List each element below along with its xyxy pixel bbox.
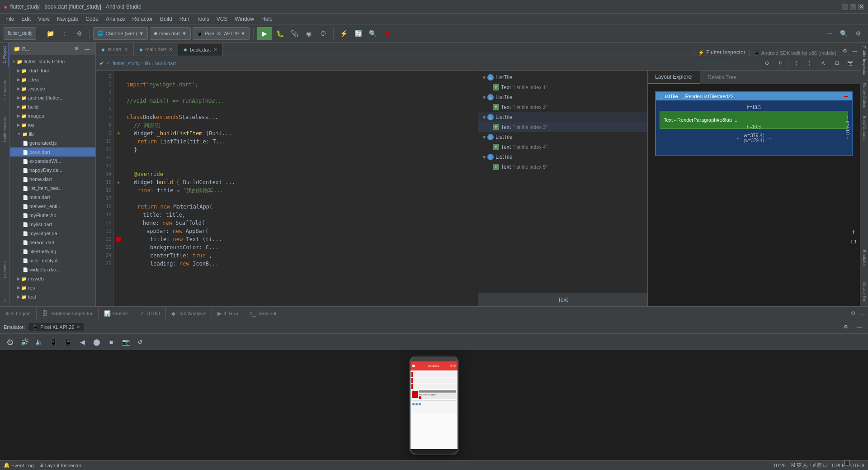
emulator-device-tab[interactable]: 📱 Pixel XL API 29 ✕ <box>28 323 83 331</box>
bottom-panel-settings[interactable]: ⚙ <box>848 309 858 318</box>
editor-settings-button[interactable]: ⚙ <box>840 46 850 56</box>
dart-analysis-tab[interactable]: ◆ Dart Analysis <box>166 307 212 320</box>
menu-edit[interactable]: Edit <box>18 15 34 23</box>
build-variants-tab-vertical[interactable]: Build Variants <box>2 114 8 146</box>
menu-build[interactable]: Build <box>156 15 176 23</box>
details-tree-tab[interactable]: Details Tree <box>700 71 744 84</box>
logcat-tab[interactable]: ≡ 6: Logcat <box>0 307 37 320</box>
widget-item-text-4[interactable]: T Text "list tile index 4" <box>478 142 647 152</box>
tree-item-mylist[interactable]: 📄 mylist.dart <box>10 220 95 229</box>
settings-button[interactable]: ⚙ <box>73 27 85 40</box>
tree-item-test[interactable]: ▶ 📁 test <box>10 292 95 301</box>
widget-item-text-2[interactable]: T Text "list tile index 2" <box>478 102 647 112</box>
tree-item-vscode[interactable]: ▶ 📁 .vscode <box>10 84 95 93</box>
tree-item-titlebar[interactable]: 📄 titleBarWidg... <box>10 247 95 256</box>
flutter-inspector-right-tab[interactable]: Flutter Inspector <box>861 43 868 79</box>
title-bar-controls[interactable]: — □ ✕ <box>842 4 864 10</box>
tree-item-mywidget[interactable]: 📄 mywidget.da... <box>10 229 95 238</box>
tree-item-lib[interactable]: ▼ 📁 lib <box>10 129 95 138</box>
attach-button[interactable]: 📎 <box>288 27 301 40</box>
inspector-select-mode-button[interactable]: ⊕ <box>761 58 773 69</box>
menu-help[interactable]: Help <box>258 15 276 23</box>
project-selector[interactable]: flutter_study <box>4 27 36 40</box>
tab-st-close[interactable]: ✕ <box>124 47 128 52</box>
tab-st-dart[interactable]: ◆ st.dart ✕ <box>96 43 134 56</box>
menu-analyze[interactable]: Analyze <box>102 15 129 23</box>
build-variants-right-tab[interactable]: Build Variants <box>861 112 868 144</box>
terminal-tab[interactable]: >_ Terminal <box>244 307 282 320</box>
profiler-tab[interactable]: 📊 Profiler <box>99 307 134 320</box>
status-lang[interactable]: M 英 あ・# 简 □ <box>791 462 826 469</box>
toolbar-search[interactable]: 🔍 <box>837 27 850 40</box>
tree-item-expanded[interactable]: 📄 expandedWi... <box>10 157 95 166</box>
flutter-inspector-tab[interactable]: ⚡ Flutter Inspector <box>694 49 749 56</box>
inspector-layout-toggle-button[interactable]: ⊞ <box>831 58 843 69</box>
menu-tools[interactable]: Tools <box>193 15 213 23</box>
tab-book-dart[interactable]: ◆ book.dart ✕ <box>178 43 223 56</box>
chrome-selector[interactable]: 🌐 Chrome (web) ▼ <box>93 27 148 40</box>
tree-item-myflutter[interactable]: 📄 myFlutterAp... <box>10 211 95 220</box>
todo-tab[interactable]: ✓ TODO <box>134 307 166 320</box>
rotate-button[interactable]: 📱 <box>47 336 60 348</box>
widget-item-listtile-3[interactable]: ▼ L ListTile <box>478 112 647 122</box>
debug-button[interactable]: 🐛 <box>274 27 286 40</box>
back-button[interactable]: ◀ <box>76 336 89 348</box>
menu-view[interactable]: View <box>34 15 53 23</box>
power-button[interactable]: ⏻ <box>4 336 16 348</box>
recents-button[interactable]: ■ <box>105 336 118 348</box>
flutter-outline-right-tab[interactable]: Flutter Outline <box>861 79 868 112</box>
favorites-tab-vertical[interactable]: Favorites <box>2 258 8 282</box>
project-tab-vertical[interactable]: 1: Project <box>1 43 9 67</box>
flutter-hot-reload-button[interactable]: ⚡ <box>337 27 350 40</box>
menu-vcs[interactable]: VCS <box>213 15 231 23</box>
tree-item-widgetui[interactable]: 📄 widgetui.dar... <box>10 265 95 274</box>
inspector-export-button[interactable]: 📷 <box>844 58 856 69</box>
tree-item-android[interactable]: ▶ 📁 android [flutter... <box>10 93 95 102</box>
fold-button[interactable]: 📱 <box>61 336 74 348</box>
database-inspector-tab[interactable]: 🗄 Database Inspector <box>37 307 98 320</box>
inspector-history-back-button[interactable]: ⟨ <box>790 58 802 69</box>
code-lines-content[interactable]: import 'mywidget.dart' ; //void main() =… <box>123 71 478 306</box>
breadcrumb-lib[interactable]: lib <box>145 61 150 66</box>
status-crlf[interactable]: CRLF <box>832 463 845 468</box>
widget-item-listtile-2[interactable]: ▼ L ListTile <box>478 92 647 102</box>
tree-item-meiwen[interactable]: 📄 meiwen_enti... <box>10 202 95 211</box>
branch-selector[interactable]: ◆ main.dart ▼ <box>150 27 191 40</box>
volume-down-button[interactable]: 🔈 <box>33 336 45 348</box>
widget-item-text-1[interactable]: T Text "list tile index 1" <box>478 82 647 92</box>
tree-item-res[interactable]: ▶ 📁 res <box>10 283 95 292</box>
coverage-button[interactable]: ◉ <box>302 27 315 40</box>
device-api-selector[interactable]: 📱 Pixel XL API 29 ▼ <box>193 27 250 40</box>
panel-close-button[interactable]: — <box>83 44 92 53</box>
volume-up-button[interactable]: 🔊 <box>18 336 31 348</box>
widget-item-listtile-5[interactable]: ▼ L ListTile <box>478 152 647 162</box>
layout-explorer-tab[interactable]: Layout Explorer <box>648 71 700 84</box>
home-button[interactable]: ⬤ <box>90 336 103 348</box>
minimize-button[interactable]: — <box>842 4 848 10</box>
menu-refactor[interactable]: Refactor <box>129 15 156 23</box>
status-layout-inspector[interactable]: ⊞ Layout Inspector <box>39 462 81 468</box>
tree-item-ios[interactable]: ▶ 📁 ios <box>10 120 95 129</box>
run-button[interactable]: ▶ <box>257 27 272 40</box>
screenshot-button[interactable]: 📷 <box>119 336 132 348</box>
inspector-text-size-button[interactable]: A <box>817 58 829 69</box>
tree-item-myweb[interactable]: ▶ 📁 myweb <box>10 274 95 283</box>
profile-button[interactable]: ⏱ <box>317 27 330 40</box>
menu-navigate[interactable]: Navigate <box>53 15 82 23</box>
tree-item-generated[interactable]: 📄 generated.js <box>10 138 95 147</box>
project-icon-button[interactable]: 📁 <box>44 27 57 40</box>
emulator-minimize-button[interactable]: — <box>854 322 864 332</box>
tree-item-person[interactable]: 📄 person.dart <box>10 238 95 247</box>
editor-minimize-button[interactable]: — <box>850 46 860 56</box>
tree-item-root[interactable]: ▼ 📁 flutter_study F:\Flu <box>10 57 95 66</box>
structure-tab-vertical[interactable]: 7: Structure <box>2 76 8 104</box>
emulator-right-tab[interactable]: Emulator <box>861 246 868 270</box>
tab-main-dart[interactable]: ◆ main.dart ✕ <box>134 43 179 56</box>
tree-item-idea[interactable]: ▶ 📁 .idea <box>10 75 95 84</box>
widget-item-listtile-1[interactable]: ▼ L ListTile <box>478 72 647 82</box>
emulator-settings-button[interactable]: ⚙ <box>841 322 851 332</box>
emulator-tab-close[interactable]: ✕ <box>76 324 80 329</box>
tree-item-book[interactable]: 📄 book.dart <box>10 147 95 157</box>
flutter-inspect-button[interactable]: 🔍 <box>366 27 379 40</box>
inspector-history-forward-button[interactable]: ⟩ <box>804 58 816 69</box>
